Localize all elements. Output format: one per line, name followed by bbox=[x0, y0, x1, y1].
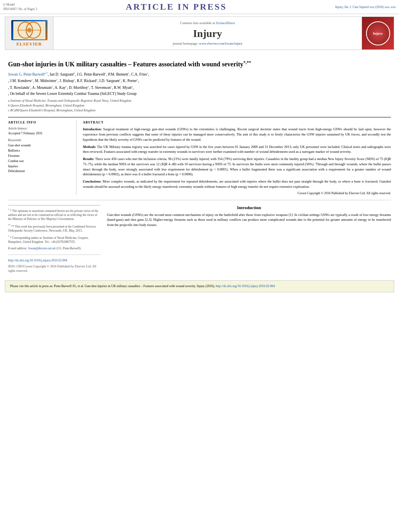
keyword-6: Debridement bbox=[8, 169, 72, 174]
introduction-section: * * The opinions or assertions contained… bbox=[8, 205, 391, 273]
sciencedirect-link: Contents lists available at ScienceDirec… bbox=[180, 21, 235, 25]
journal-homepage: journal homepage: www.elsevier.com/locat… bbox=[173, 41, 243, 45]
footnote-star3: * * Corresponding author at: Institute o… bbox=[8, 235, 101, 244]
accepted-date: Accepted 7 February 2016 bbox=[8, 131, 72, 135]
homepage-link[interactable]: www.elsevier.com/locate/injury bbox=[199, 41, 243, 45]
journal-title: Injury bbox=[193, 28, 222, 40]
title-stars: *,** bbox=[243, 60, 251, 65]
conclusions-label: Conclusions: bbox=[83, 179, 101, 183]
abstract-methods: Methods: The UK Military trauma registry… bbox=[83, 144, 391, 155]
svg-point-4 bbox=[27, 28, 32, 33]
abstract-intro: Introduction: Surgical treatment of high… bbox=[83, 127, 391, 142]
article-info-abstract-section: ARTICLE INFO Article history: Accepted 7… bbox=[8, 117, 391, 195]
author-sup-1: a,* bbox=[45, 72, 48, 75]
footnote-email: E-mail address: Jowan@doctors.net.uk (J.… bbox=[8, 246, 101, 251]
elsevier-logo-section: ELSEVIER bbox=[5, 17, 53, 49]
intro-heading: Introduction bbox=[107, 205, 391, 210]
sciencedirect-anchor[interactable]: ScienceDirect bbox=[216, 21, 235, 25]
section-divider bbox=[8, 200, 391, 200]
doi-section: http://dx.doi.org/10.1016/j.injury.2016.… bbox=[8, 255, 101, 273]
elsevier-logo: ELSEVIER bbox=[11, 20, 47, 46]
intro-text-col: Introduction Gun-shot wounds (GSWs) are … bbox=[107, 205, 391, 273]
top-header: G Model JINJ-6607; No. of Pages 5 ARTICL… bbox=[0, 0, 399, 14]
history-label: Article history: bbox=[8, 127, 72, 130]
citation-bar: Please cite this article in press as: Pe… bbox=[5, 280, 394, 292]
author-penn-barwell: Jowan G. Penn-Barwell bbox=[8, 72, 45, 76]
abstract-col: ABSTRACT Introduction: Surgical treatmen… bbox=[83, 121, 391, 195]
abstract-results: Results: There were 450 cases who met th… bbox=[83, 156, 391, 177]
footnote-star1: * * The opinions or assertions contained… bbox=[8, 208, 101, 222]
elsevier-text-label: ELSEVIER bbox=[11, 41, 47, 46]
keyword-3: Firearms bbox=[8, 154, 72, 159]
keywords-list: Gun-shot wounds Ballistics Firearms Comb… bbox=[8, 143, 72, 174]
copyright-line: Crown Copyright © 2016 Published by Else… bbox=[83, 191, 391, 195]
abstract-heading: ABSTRACT bbox=[83, 121, 391, 124]
affil-a: a Institute of Naval Medicine, Trauma an… bbox=[8, 99, 391, 103]
journal-id: G Model JINJ-6607; No. of Pages 5 bbox=[3, 2, 37, 11]
footnote-star2: ** ** This work has previously been pres… bbox=[8, 224, 101, 233]
article-info-heading: ARTICLE INFO bbox=[8, 121, 72, 124]
methods-label: Methods: bbox=[83, 145, 96, 149]
email-link[interactable]: Jowan@doctors.net.uk bbox=[28, 246, 56, 250]
keyword-4: Combat war bbox=[8, 159, 72, 164]
abstract-conclusions: Conclusions: More complex wounds, as ind… bbox=[83, 179, 391, 189]
article-title: Gun-shot injuries in UK military casualt… bbox=[8, 60, 391, 69]
intro-label: Introduction: bbox=[83, 127, 102, 131]
keyword-1: Gun-shot wounds bbox=[8, 143, 72, 148]
journal-ref: Injury, Int. J. Care Injured xxx (2016) … bbox=[315, 5, 396, 9]
results-label: Results: bbox=[83, 157, 94, 161]
citation-doi-link[interactable]: http://dx.doi.org/10.1016/j.injury.2016.… bbox=[216, 284, 275, 288]
keyword-2: Ballistics bbox=[8, 148, 72, 154]
issn-line: 0020–1383/Crown Copyright © 2016 Publish… bbox=[8, 264, 101, 273]
journal-header: ELSEVIER Contents lists available at Sci… bbox=[5, 16, 394, 50]
authors-block: Jowan G. Penn-Barwella,*, Ian D. Sargean… bbox=[8, 71, 391, 97]
elsevier-logo-image bbox=[11, 20, 47, 40]
injury-badge: Injury bbox=[366, 21, 390, 45]
affil-c: c RCdM/Queen Elizabeth's Hospital, Birmi… bbox=[8, 108, 391, 113]
journal-header-main: Contents lists available at ScienceDirec… bbox=[53, 17, 362, 49]
affiliations-block: a Institute of Naval Medicine, Trauma an… bbox=[8, 99, 391, 113]
keywords-label: Keywords: bbox=[8, 138, 72, 142]
intro-paragraph: Gun-shot wounds (GSWs) are the second mo… bbox=[107, 212, 391, 228]
main-content: Gun-shot injuries in UK military casualt… bbox=[0, 52, 399, 276]
doi-link[interactable]: http://dx.doi.org/10.1016/j.injury.2016.… bbox=[8, 259, 67, 262]
article-in-press-banner: ARTICLE IN PRESS bbox=[37, 2, 315, 12]
injury-journal-cover: Injury bbox=[362, 17, 394, 49]
affil-b: b Queen Elizabeth Hospital, Birmingham, … bbox=[8, 103, 391, 108]
article-info-col: ARTICLE INFO Article history: Accepted 7… bbox=[8, 121, 76, 195]
keyword-5: Injuries bbox=[8, 164, 72, 169]
footnotes-col: * * The opinions or assertions contained… bbox=[8, 205, 101, 273]
